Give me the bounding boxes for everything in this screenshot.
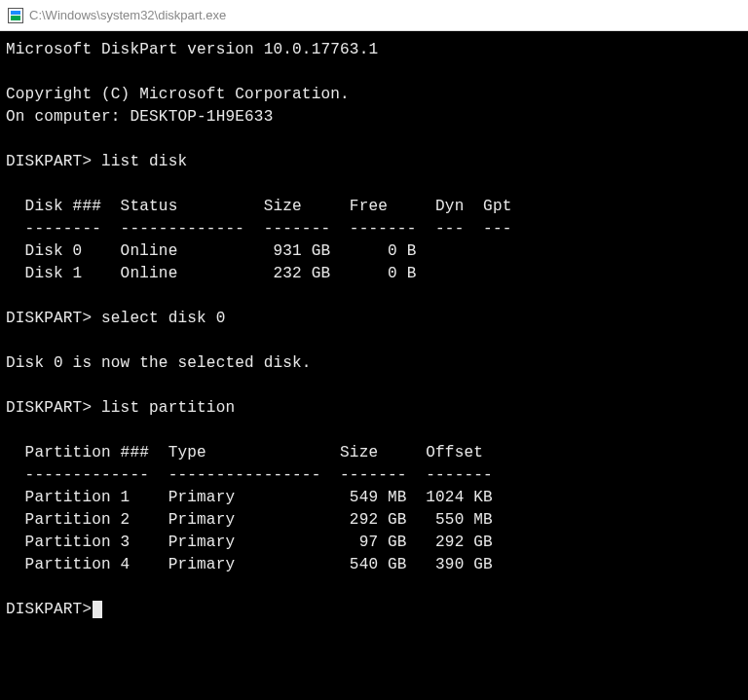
disk-header: Disk ### Status Size Free Dyn Gpt	[6, 198, 511, 215]
app-icon	[8, 8, 23, 23]
disk-row: Disk 0 Online 931 GB 0 B	[6, 242, 416, 260]
window-title: C:\Windows\system32\diskpart.exe	[29, 8, 226, 22]
disk-divider: -------- ------------- ------- ------- -…	[6, 220, 511, 238]
command-list-partition: list partition	[92, 399, 235, 417]
partition-row: Partition 4 Primary 540 GB 390 GB	[6, 556, 493, 573]
partition-divider: ------------- ---------------- ------- -…	[6, 466, 493, 484]
prompt: DISKPART>	[6, 153, 92, 170]
terminal-output[interactable]: Microsoft DiskPart version 10.0.17763.1 …	[0, 31, 748, 700]
partition-row: Partition 3 Primary 97 GB 292 GB	[6, 534, 493, 551]
partition-header: Partition ### Type Size Offset	[6, 444, 483, 461]
prompt: DISKPART>	[6, 601, 92, 618]
window-title-bar[interactable]: C:\Windows\system32\diskpart.exe	[0, 0, 748, 31]
command-list-disk: list disk	[92, 153, 187, 170]
disk-row: Disk 1 Online 232 GB 0 B	[6, 265, 416, 282]
command-select-disk: select disk 0	[92, 310, 225, 327]
prompt: DISKPART>	[6, 310, 92, 327]
version-line: Microsoft DiskPart version 10.0.17763.1	[6, 41, 378, 58]
prompt: DISKPART>	[6, 399, 92, 417]
select-result: Disk 0 is now the selected disk.	[6, 354, 312, 372]
cursor-icon	[93, 601, 102, 618]
copyright-line: Copyright (C) Microsoft Corporation.	[6, 86, 350, 103]
partition-row: Partition 1 Primary 549 MB 1024 KB	[6, 489, 493, 506]
partition-row: Partition 2 Primary 292 GB 550 MB	[6, 511, 493, 529]
computer-line: On computer: DESKTOP-1H9E633	[6, 108, 273, 126]
